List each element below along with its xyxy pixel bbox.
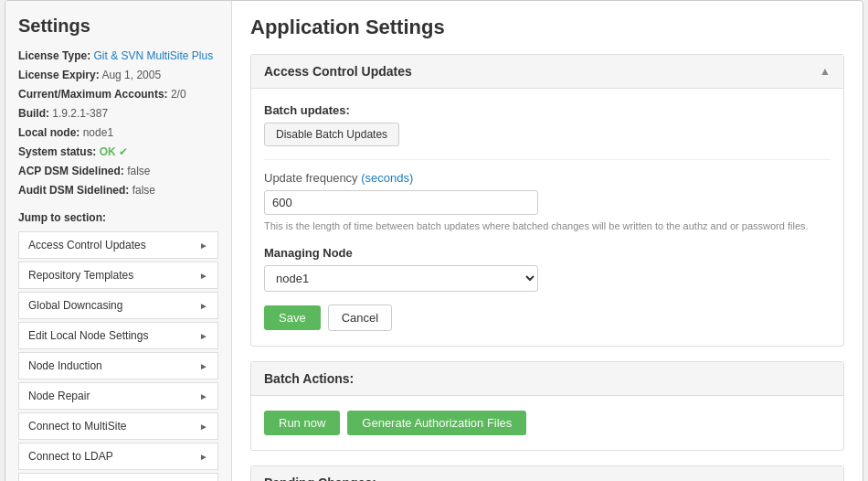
- batch-actions-body: Run now Generate Authorization Files: [251, 396, 843, 450]
- update-frequency-group: Update frequency (seconds) This is the l…: [264, 171, 831, 233]
- save-cancel-row: Save Cancel: [264, 305, 831, 331]
- managing-node-group: Managing Node node1: [264, 246, 831, 292]
- page-title: Application Settings: [250, 16, 844, 39]
- pending-changes-header: Pending Changes:: [251, 466, 843, 481]
- license-type-link[interactable]: Git & SVN MultiSite Plus: [93, 49, 213, 62]
- chevron-right-icon: ►: [199, 301, 208, 311]
- access-control-header: Access Control Updates ▲: [251, 55, 843, 89]
- acp-dsm: ACP DSM Sidelined: false: [18, 163, 218, 179]
- cancel-button[interactable]: Cancel: [328, 305, 392, 331]
- jump-to-section-label: Jump to section:: [18, 211, 218, 224]
- chevron-right-icon: ►: [199, 271, 208, 281]
- collapse-arrow-icon[interactable]: ▲: [820, 65, 831, 78]
- disable-batch-updates-button[interactable]: Disable Batch Updates: [264, 123, 399, 146]
- batch-actions-panel: Batch Actions: Run now Generate Authoriz…: [250, 361, 844, 451]
- sidebar-item-email-notifications[interactable]: Email Notifications ►: [18, 473, 218, 481]
- chevron-right-icon: ►: [199, 240, 208, 251]
- license-expiry: License Expiry: Aug 1, 2005: [18, 67, 218, 83]
- chevron-right-icon: ►: [199, 422, 208, 432]
- divider-1: [264, 159, 831, 160]
- batch-updates-label: Batch updates:: [264, 103, 831, 117]
- batch-updates-group: Batch updates: Disable Batch Updates: [264, 103, 831, 146]
- generate-authorization-files-button[interactable]: Generate Authorization Files: [347, 411, 526, 435]
- audit-dsm: Audit DSM Sidelined: false: [18, 182, 218, 198]
- sidebar-item-edit-local-node[interactable]: Edit Local Node Settings ►: [18, 322, 218, 349]
- chevron-right-icon: ►: [199, 391, 208, 401]
- sidebar-item-access-control[interactable]: Access Control Updates ►: [18, 231, 218, 259]
- update-frequency-hint: This is the length of time between batch…: [264, 219, 831, 233]
- chevron-right-icon: ►: [199, 452, 208, 462]
- sidebar-title: Settings: [18, 16, 218, 37]
- nav-list: Access Control Updates ► Repository Temp…: [18, 231, 218, 481]
- save-button[interactable]: Save: [264, 305, 321, 330]
- sidebar-item-global-downcasing[interactable]: Global Downcasing ►: [18, 292, 218, 319]
- chevron-right-icon: ►: [199, 331, 208, 341]
- access-control-title: Access Control Updates: [264, 64, 412, 79]
- pending-changes-title: Pending Changes:: [264, 476, 376, 481]
- batch-actions-title: Batch Actions:: [264, 371, 354, 386]
- sidebar-item-connect-multisite[interactable]: Connect to MultiSite ►: [18, 412, 218, 440]
- accounts: Current/Maximum Accounts: 2/0: [18, 86, 218, 102]
- run-now-button[interactable]: Run now: [264, 411, 340, 435]
- access-control-body: Batch updates: Disable Batch Updates Upd…: [251, 89, 843, 346]
- system-status: System status: OK ✔: [18, 144, 218, 160]
- license-type: License Type: Git & SVN MultiSite Plus: [18, 48, 218, 64]
- managing-node-select[interactable]: node1: [264, 265, 538, 292]
- access-control-panel: Access Control Updates ▲ Batch updates: …: [250, 54, 844, 347]
- batch-actions-buttons: Run now Generate Authorization Files: [264, 411, 831, 435]
- update-frequency-input[interactable]: [264, 190, 538, 215]
- update-frequency-label: Update frequency (seconds): [264, 171, 831, 185]
- sidebar: Settings License Type: Git & SVN MultiSi…: [5, 1, 232, 481]
- main-content: Application Settings Access Control Upda…: [232, 1, 863, 481]
- chevron-right-icon: ►: [199, 361, 208, 371]
- batch-actions-header: Batch Actions:: [251, 362, 843, 396]
- local-node: Local node: node1: [18, 124, 218, 141]
- sidebar-item-node-repair[interactable]: Node Repair ►: [18, 382, 218, 410]
- sidebar-item-repo-templates[interactable]: Repository Templates ►: [18, 262, 218, 289]
- build: Build: 1.9.2.1-387: [18, 105, 218, 122]
- managing-node-label: Managing Node: [264, 246, 831, 260]
- pending-changes-panel: Pending Changes: Transaction No pending …: [250, 465, 844, 481]
- sidebar-item-connect-ldap[interactable]: Connect to LDAP ►: [18, 443, 218, 470]
- sidebar-item-node-induction[interactable]: Node Induction ►: [18, 352, 218, 379]
- sidebar-info: License Type: Git & SVN MultiSite Plus L…: [18, 48, 218, 198]
